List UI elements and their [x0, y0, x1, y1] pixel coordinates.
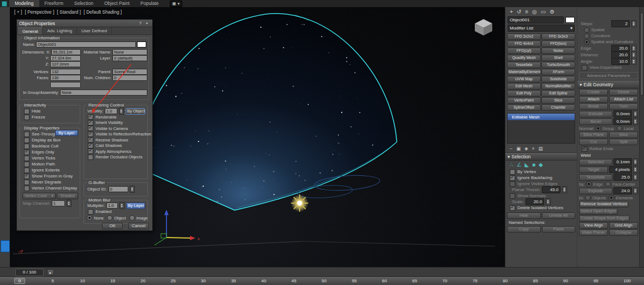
- help-icon[interactable]: ?: [137, 21, 144, 26]
- motion-blur-radio[interactable]: None: [87, 215, 104, 221]
- interactivity-checkbox[interactable]: Freeze: [23, 114, 80, 120]
- app-logo-icon[interactable]: [2, 1, 7, 7]
- modifier-button[interactable]: FFD 3x3x3: [541, 33, 575, 40]
- rendering-control-checkbox[interactable]: Renderable: [87, 114, 147, 120]
- stack-item[interactable]: Editable Mesh: [508, 114, 575, 120]
- planar-thresh-field[interactable]: 45.0: [542, 186, 560, 193]
- spinner-icon[interactable]: [633, 110, 638, 117]
- angle-field[interactable]: 10.0: [611, 58, 630, 65]
- copy-button[interactable]: Copy: [507, 226, 541, 233]
- hide-button[interactable]: Hide: [507, 212, 541, 219]
- display-by-layer-button[interactable]: By Layer: [55, 130, 78, 136]
- subobject-mode-icon[interactable]: ■: [532, 162, 535, 168]
- modifier-button[interactable]: Noise: [541, 48, 575, 54]
- slice-button[interactable]: Slice: [609, 132, 638, 138]
- viewport-label-item[interactable]: [ + ]: [14, 9, 22, 15]
- viewcube-home-icon[interactable]: [475, 19, 492, 35]
- display-property-checkbox[interactable]: Never Degrade: [23, 179, 80, 185]
- subobject-mode-icon[interactable]: ◣: [524, 162, 529, 168]
- paste-button[interactable]: Paste: [542, 226, 576, 233]
- delete-isolated-vertices-checkbox[interactable]: Delete Isolated Vertices: [509, 205, 577, 211]
- rendering-control-checkbox[interactable]: Inherit Visibility: [87, 120, 147, 126]
- modifier-button[interactable]: SplineOffset: [507, 104, 541, 111]
- turn-button[interactable]: Turn: [609, 103, 638, 110]
- motion-blur-by-layer-button[interactable]: By Layer: [126, 203, 145, 209]
- modifier-button[interactable]: FFD 4x4x4: [507, 40, 541, 47]
- remove-isolated-vertices-button[interactable]: Remove Isolated Vertices: [579, 201, 629, 207]
- spinner-icon[interactable]: [633, 166, 638, 173]
- spinner-icon[interactable]: [67, 200, 71, 207]
- name-field[interactable]: Object001: [36, 41, 136, 48]
- vertex-color-dropdown[interactable]: Vertex Color ▾: [22, 193, 56, 199]
- ribbon-tab[interactable]: Populate: [135, 0, 164, 7]
- modifier-button[interactable]: Chamfer: [541, 104, 575, 111]
- refine-ends-checkbox[interactable]: Refine Ends: [581, 146, 640, 152]
- panel-scrollbar[interactable]: [639, 7, 644, 268]
- advanced-parameters-rollout[interactable]: Advanced Parameters: [579, 72, 638, 79]
- spinner-icon[interactable]: [130, 186, 135, 193]
- remove-modifier-icon[interactable]: ×: [532, 146, 535, 151]
- modifier-list-dropdown[interactable]: Modifier List ▾: [508, 25, 575, 32]
- configure-modifier-sets-icon[interactable]: ▤: [539, 146, 543, 151]
- ribbon-tab[interactable]: Object Paint: [99, 0, 135, 7]
- dialog-title-bar[interactable]: Object Properties ? ×: [17, 20, 152, 27]
- view-dependent-checkbox[interactable]: View-Dependent: [581, 64, 640, 70]
- modifier-button[interactable]: UVW Map: [507, 76, 541, 82]
- bevel-field[interactable]: 0.0mm: [613, 118, 632, 125]
- rendering-control-checkbox[interactable]: Visible to Camera: [87, 126, 147, 132]
- interactivity-checkbox[interactable]: Hide: [23, 108, 80, 114]
- display-property-checkbox[interactable]: Vertex Ticks: [23, 155, 80, 161]
- modifier-button[interactable]: MaterialByElement: [507, 69, 541, 75]
- subobject-mode-icon[interactable]: ∴: [510, 162, 513, 168]
- modify-tab-icon[interactable]: ↺: [517, 9, 521, 15]
- spinner-icon[interactable]: [562, 186, 567, 193]
- display-property-checkbox[interactable]: Vertex Channel Display: [23, 185, 80, 191]
- rendering-control-checkbox[interactable]: Render Occluded Objects: [87, 155, 147, 161]
- spinner-icon[interactable]: [631, 58, 636, 65]
- next-frame-button[interactable]: ▸: [47, 269, 54, 276]
- subdivision-radio[interactable]: Spatial and Curvature: [581, 39, 640, 45]
- split-button[interactable]: Split: [609, 139, 638, 145]
- spinner-icon[interactable]: [633, 174, 638, 181]
- break-button[interactable]: Break: [579, 103, 608, 110]
- create-shape-from-edges-button[interactable]: Create Shape from Edges: [579, 215, 630, 222]
- cancel-button[interactable]: Cancel: [128, 223, 149, 229]
- subdivision-radio[interactable]: Curvature: [581, 33, 640, 39]
- create-button[interactable]: Create: [579, 89, 608, 96]
- display-tab-icon[interactable]: ▭: [541, 9, 546, 15]
- spinner-icon[interactable]: [546, 198, 551, 205]
- subobject-mode-icon[interactable]: ◆: [539, 162, 543, 168]
- modifier-button[interactable]: Slice: [541, 97, 575, 104]
- rendering-control-checkbox[interactable]: Visible to Reflection/Refraction: [87, 132, 147, 138]
- spinner-icon[interactable]: [631, 20, 636, 27]
- weld-target-button[interactable]: Target: [579, 167, 608, 173]
- dome-object[interactable]: [134, 14, 397, 210]
- subdivision-radio[interactable]: Spatial: [581, 27, 640, 33]
- modifier-button[interactable]: Subdivide: [541, 76, 575, 82]
- bevel-button[interactable]: Bevel: [579, 118, 612, 125]
- attach-button[interactable]: Attach: [579, 96, 608, 103]
- ribbon-tab[interactable]: Selection: [69, 0, 99, 7]
- hierarchy-tab-icon[interactable]: ≡: [525, 9, 528, 15]
- edit-geometry-rollout-header[interactable]: ▾ Edit Geometry: [577, 81, 640, 88]
- frame-number-field[interactable]: 0 / 100: [15, 269, 44, 276]
- display-property-checkbox[interactable]: Show Frozen in Gray: [23, 173, 80, 179]
- display-property-checkbox[interactable]: Display as Box: [23, 137, 80, 143]
- tessellate-field[interactable]: 25.0: [613, 174, 632, 181]
- slice-plane-button[interactable]: Slice Plane: [579, 132, 608, 138]
- ribbon-tab[interactable]: Modeling: [9, 0, 39, 7]
- selection-rollout-header[interactable]: ▾ Selection: [505, 153, 577, 161]
- object-color-swatch[interactable]: [565, 17, 575, 23]
- normal-radio[interactable]: Group: [595, 126, 614, 131]
- world-axis-gizmo[interactable]: x: [154, 210, 200, 245]
- modifier-button[interactable]: Shell: [541, 55, 575, 61]
- shaded-button[interactable]: Shaded: [57, 193, 78, 199]
- viewport-label-item[interactable]: [ Perspective ]: [25, 9, 54, 15]
- explode-field[interactable]: 24.0: [613, 187, 632, 194]
- close-icon[interactable]: ×: [144, 21, 150, 26]
- tessellate-button[interactable]: Tessellate: [579, 174, 612, 181]
- tessellate-by-radio[interactable]: Edge: [586, 181, 603, 187]
- modifier-button[interactable]: XForm: [541, 69, 575, 75]
- modifier-button[interactable]: Edit Poly: [507, 90, 541, 97]
- modifier-button[interactable]: Edit Spline: [541, 90, 575, 97]
